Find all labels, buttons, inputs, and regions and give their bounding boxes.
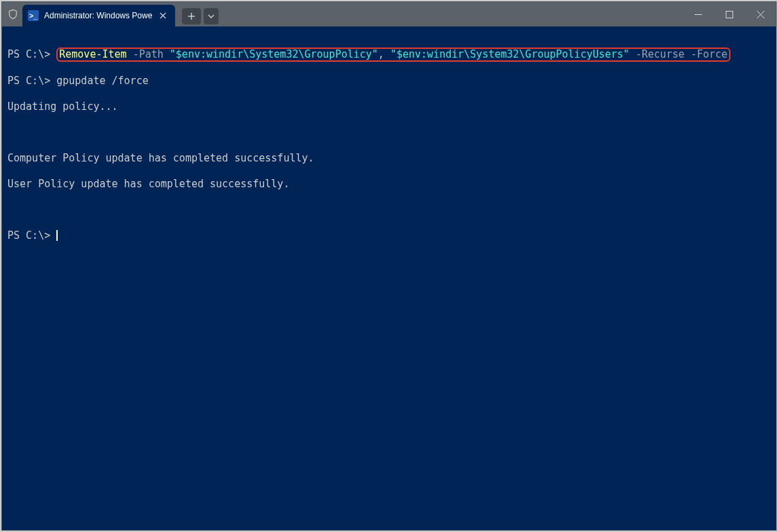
parameter: -Force <box>690 48 727 60</box>
parameter: -Recurse <box>635 48 684 60</box>
tab-active[interactable]: >_ Administrator: Windows Powe <box>22 5 175 26</box>
terminal-output: Computer Policy update has completed suc… <box>7 152 771 165</box>
terminal-window: >_ Administrator: Windows Powe <box>1 1 777 531</box>
comma: , <box>378 48 384 60</box>
titlebar-left: >_ Administrator: Windows Powe <box>2 2 219 26</box>
prompt: PS C:\> <box>7 229 50 242</box>
cursor <box>56 230 58 241</box>
maximize-button[interactable] <box>714 2 745 26</box>
string-literal: "$env:windir\System32\GroupPolicy" <box>170 48 378 60</box>
cmdlet: Remove-Item <box>59 48 126 60</box>
terminal-line: PS C:\> gpupdate /force <box>7 75 771 88</box>
window-controls <box>682 2 776 26</box>
tab-title: Administrator: Windows Powe <box>44 11 152 20</box>
terminal-blank <box>7 126 771 139</box>
string-literal: "$env:windir\System32\GroupPolicyUsers" <box>390 48 629 60</box>
powershell-icon: >_ <box>28 10 39 21</box>
terminal-line: PS C:\> <box>7 229 771 242</box>
parameter: -Path <box>133 48 164 60</box>
tab-dropdown-button[interactable] <box>204 8 219 24</box>
terminal-blank <box>7 204 771 216</box>
svg-rect-5 <box>726 11 733 18</box>
command-text: gpupdate /force <box>56 75 148 87</box>
tab-close-button[interactable] <box>158 10 168 21</box>
highlighted-command: Remove-Item -Path "$env:windir\System32\… <box>56 48 730 62</box>
titlebar: >_ Administrator: Windows Powe <box>2 2 776 26</box>
terminal-line: PS C:\> Remove-Item -Path "$env:windir\S… <box>7 48 771 62</box>
terminal-output: User Policy update has completed success… <box>7 178 771 191</box>
prompt: PS C:\> <box>7 75 50 87</box>
close-button[interactable] <box>745 2 776 26</box>
new-tab-button[interactable] <box>182 8 201 24</box>
minimize-button[interactable] <box>682 2 714 26</box>
tab-controls <box>182 8 219 24</box>
prompt: PS C:\> <box>7 48 50 60</box>
terminal-output: Updating policy... <box>7 100 771 113</box>
terminal-body[interactable]: PS C:\> Remove-Item -Path "$env:windir\S… <box>2 26 776 530</box>
shield-icon <box>6 7 20 21</box>
